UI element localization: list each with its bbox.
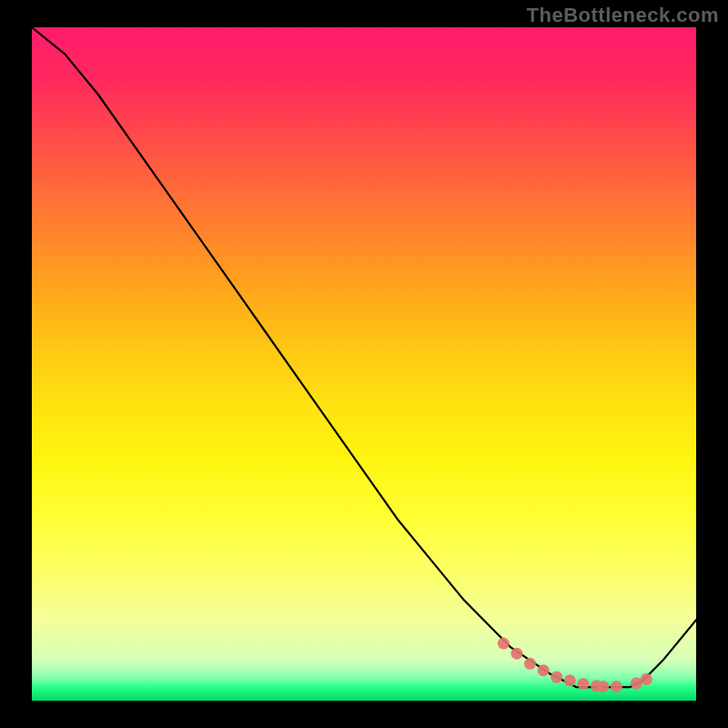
- curve-markers: [498, 638, 652, 693]
- curve-marker: [551, 672, 562, 683]
- curve-marker: [611, 681, 622, 693]
- bottleneck-curve: [32, 27, 696, 687]
- plot-area: [32, 27, 696, 701]
- attribution-text: TheBottleneck.com: [527, 4, 719, 27]
- curve-svg: [32, 27, 696, 701]
- curve-marker: [511, 648, 522, 660]
- curve-marker: [577, 678, 589, 690]
- curve-marker: [641, 673, 652, 685]
- curve-marker: [564, 674, 576, 686]
- curve-marker: [597, 681, 609, 693]
- curve-marker: [524, 658, 536, 670]
- curve-marker: [498, 638, 510, 650]
- chart-frame: TheBottleneck.com: [0, 0, 728, 728]
- curve-marker: [538, 664, 550, 676]
